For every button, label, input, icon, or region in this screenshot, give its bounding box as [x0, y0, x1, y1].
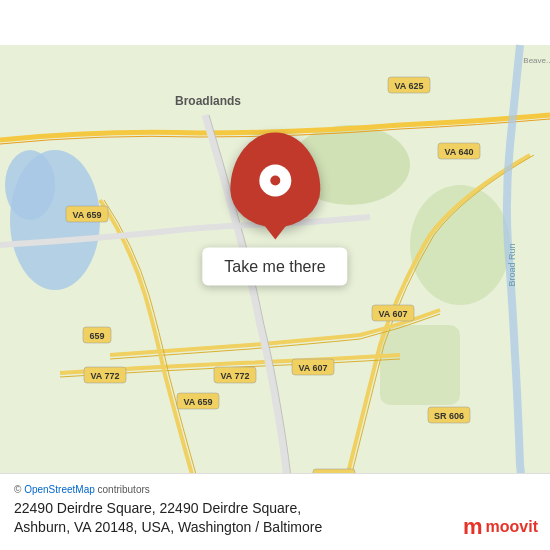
svg-text:VA 640: VA 640 — [444, 147, 473, 157]
location-panel: © OpenStreetMap contributors 22490 Deird… — [0, 473, 550, 550]
map-container: VA 625 VA 640 VA 659 659 VA 659 VA 607 V… — [0, 0, 550, 550]
svg-text:SR 606: SR 606 — [434, 411, 464, 421]
address-text: 22490 Deirdre Square, 22490 Deirdre Squa… — [14, 499, 536, 538]
attribution-link[interactable]: OpenStreetMap — [24, 484, 95, 495]
moovit-icon: m — [463, 516, 483, 538]
svg-text:Broadlands: Broadlands — [175, 94, 241, 108]
svg-text:VA 772: VA 772 — [90, 371, 119, 381]
attribution-prefix: © — [14, 484, 24, 495]
svg-text:Broad Run: Broad Run — [507, 243, 517, 286]
svg-text:VA 772: VA 772 — [220, 371, 249, 381]
svg-text:VA 659: VA 659 — [72, 210, 101, 220]
address-line2: Ashburn, VA 20148, USA, Washington / Bal… — [14, 519, 322, 535]
location-pin — [230, 133, 320, 228]
moovit-logo: m moovit — [463, 516, 538, 538]
address-line1: 22490 Deirdre Square, 22490 Deirdre Squa… — [14, 500, 301, 516]
pin-dot — [270, 175, 280, 185]
pin-circle — [259, 164, 291, 196]
svg-text:VA 625: VA 625 — [394, 81, 423, 91]
svg-text:VA 607: VA 607 — [378, 309, 407, 319]
svg-text:VA 607: VA 607 — [298, 363, 327, 373]
map-pin-area: Take me there — [202, 133, 347, 286]
moovit-text: moovit — [486, 518, 538, 536]
svg-text:VA 659: VA 659 — [183, 397, 212, 407]
svg-rect-5 — [380, 325, 460, 405]
osm-attribution: © OpenStreetMap contributors — [14, 484, 536, 495]
attribution-suffix: contributors — [95, 484, 150, 495]
svg-text:659: 659 — [89, 331, 104, 341]
svg-point-2 — [5, 150, 55, 220]
take-me-there-button[interactable]: Take me there — [202, 248, 347, 286]
svg-text:Beave...: Beave... — [523, 56, 550, 65]
